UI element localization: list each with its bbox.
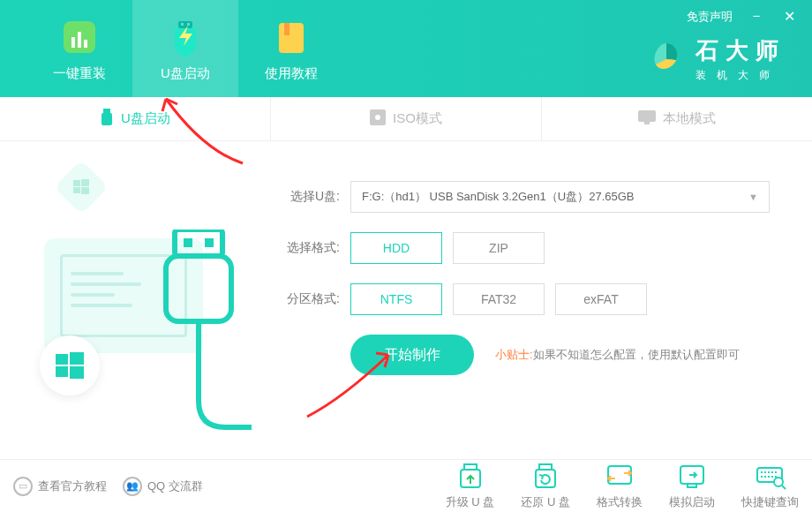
svg-rect-3 [84,40,87,48]
tool-shortcut-label: 快捷键查询 [741,494,799,510]
svg-rect-23 [56,354,68,365]
svg-rect-2 [78,32,81,48]
svg-rect-16 [81,179,89,186]
svg-rect-24 [70,352,84,365]
footer-bar: ▭ 查看官方教程 👥 QQ 交流群 升级 U 盘 还原 U 盘 格式转换 模拟启… [0,459,812,512]
form-panel: 选择U盘: F:G:（hd1） USB SanDisk 3.2Gen1（U盘）2… [274,141,812,459]
tool-shortcut[interactable]: 快捷键查询 [741,463,799,510]
select-disk-label: 选择U盘: [274,189,340,205]
nav-reinstall-label: 一键重装 [53,65,106,82]
disk-select[interactable]: F:G:（hd1） USB SanDisk 3.2Gen1（U盘）27.65GB… [350,181,770,213]
bar-chart-icon [58,16,101,58]
tool-restore[interactable]: 还原 U 盘 [521,463,570,510]
svg-rect-22 [166,256,231,321]
nav-tutorial[interactable]: 使用教程 [238,0,344,97]
illustration [0,141,274,459]
svg-rect-10 [102,113,112,125]
tip-body: 如果不知道怎么配置，使用默认配置即可 [533,348,740,361]
monitor-icon [638,110,656,127]
tab-local-label: 本地模式 [663,110,716,127]
tip-text: 小贴士:如果不知道怎么配置，使用默认配置即可 [495,347,740,363]
official-tutorial-label: 查看官方教程 [38,478,107,494]
brand-logo-icon [648,41,685,78]
format-zip-button[interactable]: ZIP [453,232,545,264]
tool-simulate-label: 模拟启动 [669,494,715,510]
tool-restore-label: 还原 U 盘 [521,494,570,510]
format-label: 选择格式: [274,240,340,256]
windows-badge-small [54,160,109,215]
svg-rect-33 [688,484,696,487]
format-hdd-button[interactable]: HDD [350,232,442,264]
iso-icon [370,109,386,128]
svg-rect-15 [73,180,80,186]
tip-prefix: 小贴士: [495,348,533,361]
qq-group-link[interactable]: 👥 QQ 交流群 [123,477,203,496]
svg-line-38 [782,486,786,489]
windows-badge-large [40,335,100,395]
mode-tabs: U盘启动 ISO模式 本地模式 [0,97,812,141]
chevron-down-icon: ▼ [748,192,758,202]
brand: 石大师 装机大师 [648,35,786,83]
tab-usb-boot[interactable]: U盘启动 [0,97,271,140]
partition-label: 分区格式: [274,291,340,307]
tool-simulate[interactable]: 模拟启动 [669,463,715,510]
nav-usb-boot-label: U盘启动 [161,65,210,82]
svg-rect-7 [279,23,304,53]
svg-rect-21 [205,238,214,247]
nav-reinstall[interactable]: 一键重装 [26,0,132,97]
book-open-icon: ▭ [13,477,33,496]
simulate-icon [675,463,709,491]
partition-exfat-button[interactable]: exFAT [555,283,647,315]
tool-upgrade-label: 升级 U 盘 [446,494,495,510]
svg-rect-19 [175,230,222,256]
tab-usb-label: U盘启动 [121,110,170,127]
svg-rect-5 [181,23,184,26]
disk-select-value: F:G:（hd1） USB SanDisk 3.2Gen1（U盘）27.65GB [362,189,635,205]
brand-subtitle: 装机大师 [695,68,786,83]
svg-rect-25 [56,366,68,377]
svg-point-12 [375,115,380,120]
upgrade-usb-icon [454,463,487,491]
start-button[interactable]: 开始制作 [350,335,474,375]
usb-shield-icon [164,16,207,58]
nav-tutorial-label: 使用教程 [265,65,318,82]
close-button[interactable]: ✕ [780,8,799,25]
tab-iso-mode[interactable]: ISO模式 [271,97,542,140]
usb-cable-illustration [141,230,256,463]
svg-rect-1 [71,37,75,48]
nav-usb-boot[interactable]: U盘启动 [132,0,238,97]
tab-local-mode[interactable]: 本地模式 [542,97,812,140]
svg-rect-9 [103,109,110,113]
svg-rect-18 [81,187,89,194]
partition-fat32-button[interactable]: FAT32 [453,283,545,315]
svg-rect-6 [187,23,190,26]
partition-ntfs-button[interactable]: NTFS [350,283,442,315]
minimize-button[interactable]: － [746,7,767,26]
tool-convert[interactable]: 格式转换 [597,463,643,510]
tool-convert-label: 格式转换 [597,494,643,510]
header-bar: 一键重装 U盘启动 使用教程 免责声明 － ✕ 石大师 装机大师 [0,0,812,97]
brand-name: 石大师 [695,35,786,66]
svg-rect-14 [644,122,650,124]
tool-upgrade[interactable]: 升级 U 盘 [446,463,495,510]
svg-rect-20 [184,238,192,247]
people-icon: 👥 [123,477,142,496]
tab-iso-label: ISO模式 [393,110,442,127]
qq-group-label: QQ 交流群 [147,478,203,494]
svg-rect-13 [638,110,656,122]
svg-rect-17 [73,187,80,193]
svg-point-37 [774,478,783,486]
book-icon [270,16,312,58]
svg-rect-8 [284,23,289,35]
disclaimer-link[interactable]: 免责声明 [687,9,733,25]
restore-usb-icon [529,463,562,491]
convert-icon [603,463,636,491]
official-tutorial-link[interactable]: ▭ 查看官方教程 [13,477,107,496]
content-area: 选择U盘: F:G:（hd1） USB SanDisk 3.2Gen1（U盘）2… [0,141,812,459]
svg-rect-4 [178,21,192,28]
svg-rect-31 [608,466,631,484]
usb-icon [100,109,114,129]
keyboard-search-icon [754,463,787,491]
svg-rect-26 [70,366,84,379]
